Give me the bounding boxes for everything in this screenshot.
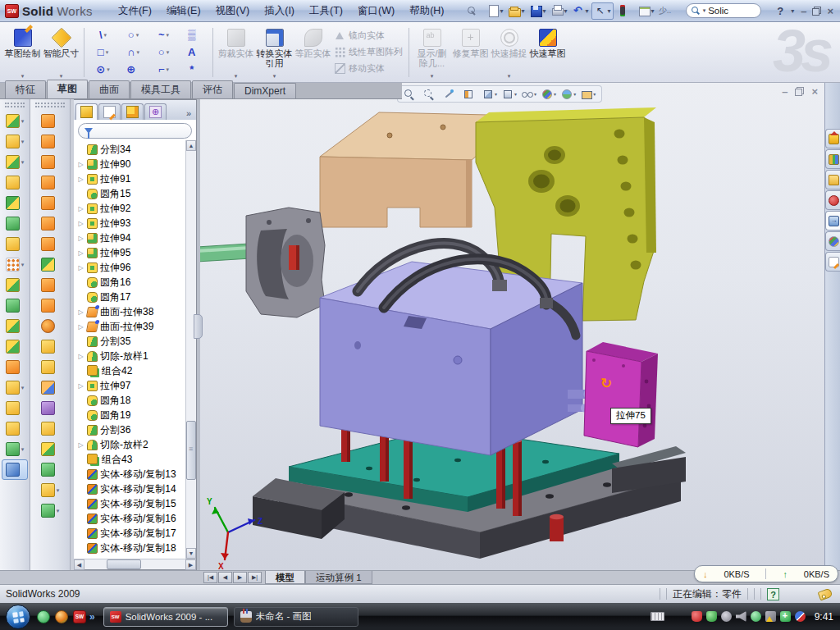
thicken-icon[interactable]: ▾ xyxy=(32,398,68,418)
expand-icon[interactable]: ▷ xyxy=(77,161,84,168)
tree-item[interactable]: ▷ 拉伸97 xyxy=(77,378,185,393)
menu-item[interactable]: 帮助(H) xyxy=(402,0,451,21)
sw-resources-icon[interactable] xyxy=(825,129,840,148)
tree-item[interactable]: ▷ 圆角16 xyxy=(77,275,185,290)
input-keyboard-icon[interactable] xyxy=(651,612,664,621)
dome-icon[interactable]: ▾ xyxy=(32,459,68,480)
close-button[interactable]: × xyxy=(827,6,833,16)
surface-fillet-icon[interactable]: ▾ xyxy=(32,439,68,459)
combine-icon[interactable]: ▾ xyxy=(2,336,28,357)
planar-surface-icon[interactable]: ▾ xyxy=(32,234,68,254)
propertymanager-tab[interactable] xyxy=(98,103,121,120)
tree-filter-input[interactable] xyxy=(78,123,192,139)
start-button[interactable] xyxy=(6,605,30,629)
expand-icon[interactable]: ▷ xyxy=(77,264,84,272)
trim-entities-button[interactable]: 剪裁实体 ▾ xyxy=(217,25,255,80)
sheet-nav-button[interactable]: |◀ xyxy=(203,572,217,583)
dropdown-caret-icon[interactable]: ▾ xyxy=(522,7,525,15)
tree-item[interactable]: ▷ 实体-移动/复制14 xyxy=(77,482,185,496)
print-icon[interactable]: ▾ xyxy=(549,2,569,20)
taskbar-clock[interactable]: 9:41 xyxy=(815,611,833,623)
expand-icon[interactable]: ▷ xyxy=(77,235,84,242)
menu-item[interactable]: 编辑(E) xyxy=(159,0,208,21)
reference-plane-icon[interactable]: ▾ xyxy=(2,398,28,418)
dimxpertmanager-tab[interactable]: ⊕ xyxy=(144,103,167,120)
boundary-surface-icon[interactable]: ▾ xyxy=(32,193,68,213)
splitter-grip[interactable] xyxy=(194,314,203,339)
move-copy-body-icon[interactable]: ▾ xyxy=(2,357,28,377)
expand-icon[interactable]: ▷ xyxy=(77,353,84,360)
extruded-boss-icon[interactable]: ▾ xyxy=(2,111,28,131)
expand-icon[interactable]: ▷ xyxy=(77,382,84,390)
tree-item[interactable]: ▷ 圆角19 xyxy=(77,408,185,422)
sheet-nav-button[interactable]: ◀ xyxy=(218,572,232,583)
custom-properties-icon[interactable] xyxy=(825,252,840,272)
swept-boss-icon[interactable]: ▾ xyxy=(2,172,28,193)
sketch-button[interactable]: 草图绘制 ▾ xyxy=(3,25,42,80)
doc-minimize-button[interactable]: – xyxy=(782,87,788,97)
tree-item[interactable]: ▷ 实体-移动/复制13 xyxy=(77,467,185,482)
repair-sketch-button[interactable]: 修复草图 ▾ xyxy=(451,25,490,80)
scroll-left-icon[interactable]: ◀ xyxy=(74,559,84,570)
split-icon[interactable]: ▾ xyxy=(2,316,28,336)
sheet-tab[interactable]: 运动算例 1 xyxy=(305,571,372,584)
tree-vertical-scrollbar[interactable]: ▲ ▼ xyxy=(185,140,196,559)
linear-pattern-icon[interactable]: ▾ xyxy=(2,254,28,275)
scroll-up-icon[interactable]: ▲ xyxy=(186,140,196,151)
view-settings-icon[interactable]: ▾ xyxy=(579,88,597,101)
new-document-icon[interactable]: ▾ xyxy=(485,2,505,20)
more-tools-icon[interactable]: 少.. ▾ xyxy=(657,2,678,20)
display-delete-relations-button[interactable]: 显示/删除几... ▾ xyxy=(413,25,451,80)
tree-item[interactable]: ▷ 拉伸93 xyxy=(77,216,185,231)
knit-surface-icon[interactable]: ▾ xyxy=(32,275,68,295)
tree-item[interactable]: ▷ 拉伸96 xyxy=(77,260,185,275)
messenger-quicklaunch-icon[interactable] xyxy=(37,610,50,623)
extruded-cut-icon[interactable]: ▾ xyxy=(2,131,28,152)
point-tool-icon[interactable]: * ▾ xyxy=(179,61,209,78)
slot-tool-icon[interactable]: ⊙ ▾ xyxy=(88,61,118,78)
tree-item[interactable]: ▷ 切除-放样2 xyxy=(77,437,185,452)
tree-item[interactable]: ▷ 拉伸90 xyxy=(77,157,185,171)
tree-item[interactable]: ▷ 曲面-拉伸39 xyxy=(77,319,185,334)
measure-icon[interactable]: ▾ xyxy=(2,459,28,480)
panel-tabs-overflow-icon[interactable]: » xyxy=(183,108,194,120)
dropdown-caret-icon[interactable]: ▾ xyxy=(651,7,655,15)
expand-icon[interactable]: ▷ xyxy=(77,205,84,212)
extend-surface-icon[interactable]: ▾ xyxy=(32,295,68,316)
arc-tool-icon[interactable]: ∩ ▾ xyxy=(118,43,148,61)
tree-item[interactable]: ▷ 圆角17 xyxy=(77,290,185,304)
tree-item[interactable]: ▷ 分割36 xyxy=(77,422,185,437)
search-dropdown-icon[interactable]: ▾ xyxy=(703,7,706,14)
shell-icon[interactable]: ▾ xyxy=(2,193,28,213)
expand-icon[interactable]: ▷ xyxy=(77,249,84,257)
move-entities-button[interactable]: 移动实体 xyxy=(332,62,405,75)
fillet-icon[interactable]: ▾ xyxy=(2,152,28,172)
tree-item[interactable]: ▷ 分割34 xyxy=(77,142,185,157)
tree-item[interactable]: ▷ 拉伸91 xyxy=(77,171,185,186)
rib-icon[interactable]: ▾ xyxy=(2,275,28,295)
health-monitor-icon[interactable] xyxy=(780,611,791,622)
ellipse-tool-icon[interactable]: ○ ▾ xyxy=(148,43,179,61)
sheet-tab[interactable]: 模型 xyxy=(265,571,305,584)
hide-show-items-icon[interactable]: ▾ xyxy=(520,88,538,101)
offset-entities-button[interactable]: 等距实体 ▾ xyxy=(294,25,332,80)
ribbon-tab[interactable]: DimXpert xyxy=(234,83,296,98)
rebuild-icon[interactable]: ▾ xyxy=(614,2,635,20)
configurationmanager-tab[interactable] xyxy=(121,103,144,120)
reference-point-icon[interactable]: ▾ xyxy=(2,377,28,398)
taskbar-button-paint[interactable]: 未命名 - 画图 xyxy=(234,607,358,627)
wireless-warning-icon[interactable] xyxy=(765,611,776,622)
tree-item[interactable]: ▷ 实体-移动/复制15 xyxy=(77,496,185,511)
curve-icon[interactable]: ▾ xyxy=(2,439,28,459)
offset-surface-icon[interactable]: ▾ xyxy=(32,213,68,234)
scrollbar-thumb[interactable] xyxy=(186,421,196,480)
solidworks-quicklaunch-icon[interactable]: SW xyxy=(73,610,86,623)
scrollbar-thumb[interactable] xyxy=(107,559,141,569)
pushpin-icon[interactable]: ▾ xyxy=(463,2,483,20)
circle-tool-icon[interactable]: ○ ▾ xyxy=(118,26,148,43)
menu-item[interactable]: 插入(I) xyxy=(257,0,302,21)
scroll-right-icon[interactable]: ▶ xyxy=(185,559,196,570)
revolved-surface-icon[interactable]: ▾ xyxy=(32,131,68,152)
reference-geometry-icon[interactable]: ▾ xyxy=(32,480,68,500)
trim-surface-icon[interactable]: ▾ xyxy=(32,357,68,377)
